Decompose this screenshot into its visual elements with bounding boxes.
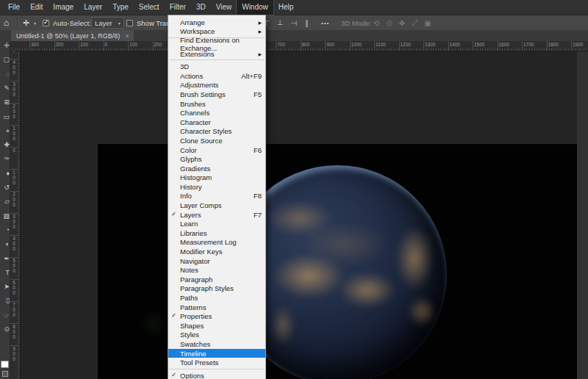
menu-item-paths[interactable]: Paths [168,293,265,303]
quick-selection-tool[interactable]: ✎ [0,84,10,92]
menu-item-label: Adjustments [180,81,218,89]
menu-item-3d[interactable]: 3D [168,62,265,71]
horizontal-ruler[interactable]: 3002001000100200300400500600700800900100… [10,41,588,51]
document-tab-title: Untitled-1 @ 50% (Layer 1, RGB/8) [16,32,120,40]
document-tab-bar: Untitled-1 @ 50% (Layer 1, RGB/8) × [0,30,588,41]
gradient-tool[interactable]: ▨ [0,212,10,220]
align-middle-icon[interactable]: ⟂ [278,18,283,27]
background-color-swatch[interactable] [2,371,8,377]
menu-item-gradients[interactable]: Gradients [168,164,265,173]
crop-tool[interactable]: ⊞ [0,98,10,106]
menubar-item-window[interactable]: Window [237,0,273,15]
menu-item-notes[interactable]: Notes [168,265,265,275]
menu-item-channels[interactable]: Channels [168,108,265,118]
menu-item-history[interactable]: History [168,182,265,192]
document-tab[interactable]: Untitled-1 @ 50% (Layer 1, RGB/8) × [11,30,134,41]
menu-item-arrange[interactable]: Arrange ▶ [168,18,265,27]
home-icon[interactable]: ⌂ [4,15,9,30]
menu-item-extensions[interactable]: Extensions ▶ [168,49,265,59]
healing-brush-tool[interactable]: ✚ [0,141,10,148]
menu-item-options[interactable]: ✓ Options [168,371,265,379]
menu-item-label: Glyphs [180,155,202,163]
close-tab-icon[interactable]: × [125,32,129,40]
menu-item-properties[interactable]: ✓ Properties [168,311,265,321]
brush-tool[interactable]: ✑ [0,155,10,162]
menubar-item-type[interactable]: Type [107,0,134,15]
marquee-tool[interactable]: ▢ [0,56,10,63]
camera-3d-icon[interactable]: ▣ [424,19,431,27]
menubar-item-image[interactable]: Image [48,0,79,15]
menu-item-clone-source[interactable]: Clone Source [168,136,265,145]
type-tool[interactable]: T [0,269,10,276]
align-bottom-icon[interactable]: ⊣ [290,19,297,27]
menu-item-swatches[interactable]: Swatches [168,339,265,349]
menu-item-histogram[interactable]: Histogram [168,173,265,183]
menubar-item-help[interactable]: Help [273,0,299,15]
menu-item-libraries[interactable]: Libraries [168,228,265,238]
lasso-tool[interactable]: ◌ [0,71,10,78]
menubar-item-layer[interactable]: Layer [79,0,107,15]
blur-tool[interactable]: ◔ [0,226,10,234]
dodge-tool[interactable]: ◐ [0,240,10,248]
menu-item-tool-presets[interactable]: Tool Presets [168,358,265,367]
menu-item-timeline[interactable]: Timeline [168,349,265,358]
chevron-down-icon[interactable]: ▾ [34,15,36,30]
menubar-item-3d[interactable]: 3D [191,0,211,15]
menu-item-label: Character Styles [180,127,232,135]
menu-item-layers[interactable]: ✓ Layers F7 [168,210,265,220]
path-selection-tool[interactable]: ➤ [0,283,10,290]
menu-item-measurement-log[interactable]: Measurement Log [168,238,265,248]
menu-item-brush-settings[interactable]: Brush Settings F5 [168,90,265,99]
frame-tool[interactable]: ▭ [0,113,10,120]
more-options-button[interactable]: ••• [321,15,329,30]
show-transform-checkbox[interactable] [126,15,133,30]
hand-tool[interactable]: ☞ [0,311,10,319]
menubar-item-view[interactable]: View [211,0,237,15]
vertical-ruler[interactable]: 5004003002001000100200300400500600700800… [10,41,21,379]
clone-stamp-tool[interactable]: ♦ [0,170,10,177]
menu-item-paragraph[interactable]: Paragraph [168,275,265,284]
menu-item-glyphs[interactable]: Glyphs [168,154,265,164]
menu-item-find-extensions-on-exchange[interactable]: Find Extensions on Exchange... [168,40,265,49]
foreground-color-swatch[interactable] [1,361,9,368]
eyedropper-tool[interactable]: ⌖ [0,127,10,135]
menubar-item-select[interactable]: Select [134,0,165,15]
menu-item-brushes[interactable]: Brushes [168,99,265,109]
menu-item-modifier-keys[interactable]: Modifier Keys [168,247,265,256]
menu-item-paragraph-styles[interactable]: Paragraph Styles [168,284,265,294]
menu-item-shapes[interactable]: Shapes [168,321,265,331]
menu-item-info[interactable]: Info F8 [168,192,265,201]
layer-target-dropdown[interactable]: Layer▾ [91,15,124,30]
auto-select-checkbox[interactable] [43,15,49,30]
menu-item-learn[interactable]: Learn [168,219,265,228]
menu-item-navigator[interactable]: Navigator [168,256,265,266]
menubar-item-edit[interactable]: Edit [25,0,48,15]
roll-3d-icon[interactable]: ⊙ [386,19,392,27]
menu-item-layer-comps[interactable]: Layer Comps [168,201,265,210]
menu-item-character[interactable]: Character [168,118,265,127]
history-brush-tool[interactable]: ↺ [0,184,10,191]
distribute-icon[interactable]: ∥ [305,19,309,27]
move-tool[interactable]: ✛ [0,42,10,49]
pan-3d-icon[interactable]: ✥ [399,19,405,27]
slide-3d-icon[interactable]: ⤢ [412,18,417,27]
eraser-tool[interactable]: ▱ [0,198,10,205]
menu-item-workspace[interactable]: Workspace ▶ [168,27,265,37]
menu-item-actions[interactable]: Actions Alt+F9 [168,71,265,81]
menu-item-patterns[interactable]: Patterns [168,303,265,312]
menu-separator [169,369,265,369]
menu-item-character-styles[interactable]: Character Styles [168,127,265,137]
menubar-item-file[interactable]: File [3,0,25,15]
pen-tool[interactable]: ✒ [0,255,10,262]
menu-item-label: 3D [180,62,189,71]
menu-item-adjustments[interactable]: Adjustments [168,81,265,90]
menu-item-color[interactable]: Color F6 [168,145,265,155]
menu-item-label: Tool Presets [180,358,218,367]
shape-tool[interactable]: ▯ [0,297,10,304]
menu-item-styles[interactable]: Styles [168,331,265,340]
zoom-tool[interactable]: ⊙ [0,325,10,333]
ruler-label: 700 [277,42,285,47]
ruler-label: 600 [12,281,16,295]
orbit-3d-icon[interactable]: ⟲ [373,19,379,27]
menubar-item-filter[interactable]: Filter [165,0,191,15]
